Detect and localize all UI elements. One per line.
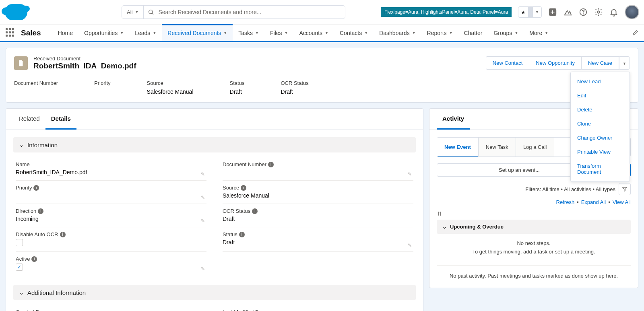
add-icon[interactable] <box>548 8 557 16</box>
sort-icon[interactable] <box>437 211 631 216</box>
nav-reports[interactable]: Reports▼ <box>421 25 458 41</box>
gear-icon[interactable] <box>594 8 603 16</box>
field-disable-label: Disable Auto OCRi <box>16 231 206 237</box>
field-ocr-status: OCR Statusi Draft <box>223 204 413 227</box>
tab-activity[interactable]: Activity <box>437 109 470 130</box>
chevron-down-icon: ▼ <box>135 10 138 14</box>
detail-panel: Related Details ⌄ Information Name Rober… <box>6 108 423 311</box>
chevron-down-icon: ▼ <box>623 62 626 66</box>
menu-change-owner[interactable]: Change Owner <box>571 131 630 145</box>
menu-new-lead[interactable]: New Lead <box>571 74 630 89</box>
menu-printable-view[interactable]: Printable View <box>571 145 630 159</box>
new-case-button[interactable]: New Case <box>581 56 619 70</box>
pencil-icon[interactable]: ✎ <box>201 171 205 177</box>
pencil-icon[interactable]: ✎ <box>408 243 412 248</box>
pencil-icon[interactable] <box>632 30 638 36</box>
chevron-down-icon: ⌄ <box>19 141 24 148</box>
info-icon[interactable]: i <box>31 256 37 262</box>
section-information[interactable]: ⌄ Information <box>13 137 416 152</box>
nav-more[interactable]: More▼ <box>524 25 554 41</box>
app-name: Sales <box>21 29 41 37</box>
chevron-down-icon: ▼ <box>285 31 288 35</box>
subtab-new-event[interactable]: New Event <box>437 138 479 157</box>
info-icon[interactable]: i <box>38 208 43 214</box>
nav-files[interactable]: Files▼ <box>264 25 293 41</box>
chevron-down-icon: ▼ <box>514 31 518 35</box>
subtab-new-task[interactable]: New Task <box>479 138 516 157</box>
chevron-down-icon: ▼ <box>533 10 541 14</box>
hl-priority-label: Priority <box>94 80 110 86</box>
nav-accounts[interactable]: Accounts▼ <box>293 25 334 41</box>
field-source-label: Sourcei <box>223 185 413 191</box>
active-checkbox[interactable] <box>16 264 23 271</box>
field-name-value: RobertSmith_IDA_Demo.pdf <box>16 169 206 176</box>
pencil-icon[interactable]: ✎ <box>201 218 205 224</box>
info-icon[interactable]: i <box>252 208 258 214</box>
new-opportunity-button[interactable]: New Opportunity <box>529 56 581 70</box>
tab-related[interactable]: Related <box>13 109 45 130</box>
filter-icon[interactable] <box>619 183 631 195</box>
nav-tasks[interactable]: Tasks▼ <box>233 25 264 41</box>
field-active: Activei ✎ <box>16 252 206 275</box>
hl-source-label: Source <box>147 80 194 86</box>
pencil-icon[interactable]: ✎ <box>201 195 205 200</box>
section-additional[interactable]: ⌄ Additional Information <box>13 285 416 300</box>
expand-all-link[interactable]: Expand All <box>581 199 606 205</box>
new-contact-button[interactable]: New Contact <box>486 56 529 70</box>
upcoming-overdue-section[interactable]: ⌄ Upcoming & Overdue <box>437 220 631 234</box>
info-icon[interactable]: i <box>33 185 39 191</box>
nav-home[interactable]: Home <box>52 25 78 41</box>
nav-groups[interactable]: Groups▼ <box>488 25 524 41</box>
nav-chatter[interactable]: Chatter <box>458 25 488 41</box>
search-scope-select[interactable]: All ▼ <box>122 6 144 19</box>
view-all-link[interactable]: View All <box>613 199 631 205</box>
menu-delete[interactable]: Delete <box>571 103 630 117</box>
field-status: Statusi Draft ✎ <box>223 227 413 252</box>
bell-icon[interactable] <box>609 8 618 16</box>
chevron-down-icon: ▼ <box>449 31 453 35</box>
field-disable-auto-ocr: Disable Auto OCRi <box>16 227 206 252</box>
highlights-panel: Document Number Priority SourceSalesforc… <box>14 80 630 95</box>
nav-received-documents[interactable]: Received Documents▼ <box>162 24 233 41</box>
svg-point-0 <box>149 10 153 14</box>
info-icon[interactable]: i <box>60 232 66 237</box>
user-avatar[interactable] <box>625 5 639 19</box>
menu-edit[interactable]: Edit <box>571 89 630 103</box>
more-actions-button[interactable]: ▼ <box>619 56 630 70</box>
field-direction-label: Directioni <box>16 208 206 214</box>
nav-dashboards[interactable]: Dashboards▼ <box>374 25 421 41</box>
search-scope-label: All <box>127 9 132 15</box>
search-input[interactable] <box>158 9 345 15</box>
chevron-down-icon: ▼ <box>545 31 548 35</box>
tab-details[interactable]: Details <box>45 109 76 130</box>
pencil-icon[interactable]: ✎ <box>408 171 412 177</box>
field-status-value: Draft <box>223 239 413 246</box>
trailhead-icon[interactable] <box>564 8 572 16</box>
info-icon[interactable]: i <box>268 162 274 167</box>
nav-contacts[interactable]: Contacts▼ <box>334 25 374 41</box>
field-docnum-label: Document Numberi <box>223 161 413 167</box>
nav-opportunities[interactable]: Opportunities▼ <box>78 25 129 41</box>
star-icon: ★ <box>518 9 528 15</box>
debug-badge: Flexipage=Aura, HighlightsPanel=Aura, De… <box>381 7 512 17</box>
menu-transform-document[interactable]: Transform Document <box>571 159 630 179</box>
chevron-down-icon: ▼ <box>364 31 368 35</box>
global-search: All ▼ <box>122 5 345 19</box>
info-icon[interactable]: i <box>239 232 245 237</box>
subtab-log-call[interactable]: Log a Call <box>516 138 554 157</box>
favorite-button[interactable]: ★ ▼ <box>518 6 542 18</box>
refresh-link[interactable]: Refresh <box>556 199 575 205</box>
field-priority: Priorityi ✎ <box>16 181 206 204</box>
salesforce-logo <box>5 4 27 20</box>
hl-ocr-value: Draft <box>281 89 308 95</box>
pencil-icon[interactable]: ✎ <box>201 266 205 272</box>
disable-auto-ocr-checkbox[interactable] <box>16 239 23 246</box>
info-icon[interactable]: i <box>241 185 246 191</box>
past-activity-text: No past activity. Past meetings and task… <box>437 269 631 280</box>
menu-clone[interactable]: Clone <box>571 117 630 131</box>
upcoming-label: Upcoming & Overdue <box>450 224 504 230</box>
nav-leads[interactable]: Leads▼ <box>129 25 162 41</box>
app-launcher-icon[interactable] <box>6 28 15 38</box>
help-icon[interactable] <box>579 8 588 16</box>
field-ocr-label: OCR Statusi <box>223 208 413 214</box>
